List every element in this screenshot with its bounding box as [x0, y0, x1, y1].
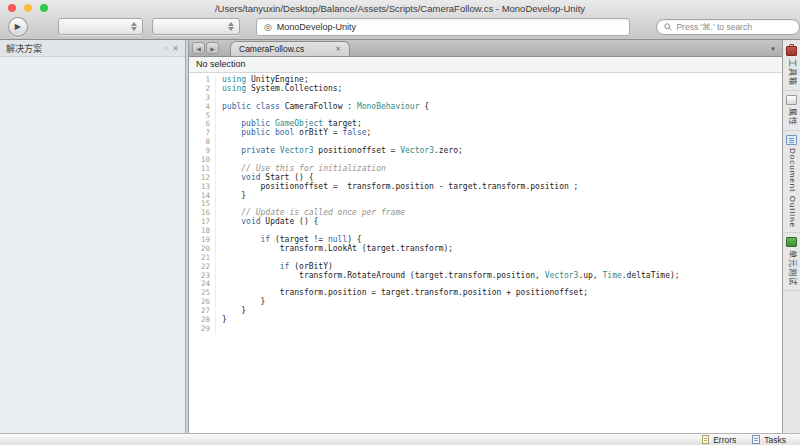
line-number: 6: [189, 120, 215, 129]
code-text[interactable]: transform.position = target.transform.po…: [215, 289, 588, 298]
unit-tests-icon: [786, 237, 797, 247]
code-text[interactable]: [215, 94, 222, 103]
code-text[interactable]: transform.RotateAround (target.transform…: [215, 272, 680, 281]
code-line[interactable]: 23 transform.RotateAround (target.transf…: [189, 272, 782, 281]
main-toolbar: ▶ ◎ MonoDevelop-Unity Press '⌘.' to sear…: [0, 16, 800, 37]
run-button[interactable]: ▶: [8, 17, 28, 37]
tab-overflow-icon[interactable]: ▼: [770, 46, 776, 52]
target-dropdown[interactable]: [152, 18, 240, 35]
code-token: Vector3: [280, 146, 314, 155]
code-text[interactable]: public bool orBitY = false;: [215, 129, 371, 138]
tasks-button[interactable]: Tasks: [752, 435, 786, 445]
status-bar: Errors Tasks: [0, 433, 800, 445]
dock-tab-toolbox[interactable]: 工具箱: [783, 42, 800, 91]
tab-close-icon[interactable]: ✕: [335, 45, 341, 53]
code-text[interactable]: using System.Collections;: [215, 85, 342, 94]
code-token: CameraFollow :: [280, 102, 357, 111]
code-line[interactable]: 29: [189, 325, 782, 334]
code-token: [222, 262, 280, 271]
code-text[interactable]: void Update () {: [215, 218, 318, 227]
code-line[interactable]: 14 }: [189, 192, 782, 201]
navigate-back-button[interactable]: ◀: [192, 42, 205, 54]
code-text[interactable]: [215, 227, 222, 236]
code-text[interactable]: [215, 112, 222, 121]
code-token: bool: [275, 128, 294, 137]
dock-tab-document-outline[interactable]: Document Outline: [783, 131, 800, 233]
code-text[interactable]: positionoffset = transform.position - ta…: [215, 183, 578, 192]
solution-tree[interactable]: [0, 57, 185, 433]
dock-tab-label: 工具箱: [787, 59, 797, 86]
code-line[interactable]: 26 }: [189, 298, 782, 307]
code-text[interactable]: private Vector3 positionoffset = Vector3…: [215, 147, 463, 156]
code-token: using: [222, 75, 246, 84]
code-token: [222, 128, 241, 137]
stepper-icon: [228, 22, 234, 31]
code-line[interactable]: 28}: [189, 316, 782, 325]
solution-pad: 解决方案 ▫ ✕: [0, 40, 186, 433]
errors-label: Errors: [713, 435, 736, 445]
window-title: /Users/tanyuxin/Desktop/Balance/Assets/S…: [0, 3, 800, 14]
code-text[interactable]: [215, 325, 222, 334]
code-token: Time: [603, 271, 622, 280]
code-line[interactable]: 20 transform.LookAt (target.transform);: [189, 245, 782, 254]
code-line[interactable]: 17 void Update () {: [189, 218, 782, 227]
code-token: UnityEngine;: [246, 75, 309, 84]
breadcrumb[interactable]: No selection: [189, 57, 782, 73]
status-combo[interactable]: ◎ MonoDevelop-Unity: [256, 18, 630, 36]
tasks-icon: [752, 435, 760, 444]
forward-icon: ▶: [210, 45, 215, 52]
code-token: null: [328, 235, 347, 244]
solution-pad-title: 解决方案: [6, 42, 164, 55]
code-text[interactable]: [215, 280, 222, 289]
navigate-forward-button[interactable]: ▶: [206, 42, 219, 54]
code-text[interactable]: [215, 156, 222, 165]
code-line[interactable]: 2using System.Collections;: [189, 85, 782, 94]
code-token: [222, 235, 261, 244]
code-text[interactable]: [215, 138, 222, 147]
solution-pad-header: 解决方案 ▫ ✕: [0, 40, 185, 57]
code-token: [222, 208, 241, 217]
code-editor[interactable]: 1using UnityEngine;2using System.Collect…: [189, 73, 782, 433]
code-text[interactable]: }: [215, 307, 246, 316]
configuration-dropdown[interactable]: [58, 18, 144, 35]
code-token: .deltaTime);: [622, 271, 680, 280]
dock-tab-unit-tests[interactable]: 单元测试: [783, 233, 800, 291]
code-text[interactable]: [215, 254, 222, 263]
code-text[interactable]: transform.LookAt (target.transform);: [215, 245, 453, 254]
code-text[interactable]: }: [215, 316, 227, 325]
code-token: .zero;: [434, 146, 463, 155]
code-token: }: [222, 191, 246, 200]
code-token: transform.position = target.transform.po…: [222, 288, 588, 297]
line-number: 4: [189, 103, 215, 112]
auto-hide-icon[interactable]: ▫: [164, 44, 167, 53]
code-line[interactable]: 7 public bool orBitY = false;: [189, 129, 782, 138]
code-token: [222, 173, 241, 182]
line-number: 5: [189, 112, 215, 121]
dock-tab-label: 属性: [787, 108, 797, 126]
code-line[interactable]: 25 transform.position = target.transform…: [189, 289, 782, 298]
code-text[interactable]: [215, 200, 222, 209]
code-line[interactable]: 13 positionoffset = transform.position -…: [189, 183, 782, 192]
dock-tab-properties[interactable]: 属性: [783, 91, 800, 131]
code-token: public: [222, 102, 251, 111]
code-token: }: [222, 315, 227, 324]
document-outline-icon: [786, 135, 797, 145]
close-pad-icon[interactable]: ✕: [172, 44, 179, 53]
code-token: false: [342, 128, 366, 137]
tab-camerafollow[interactable]: CameraFollow.cs ✕: [230, 41, 350, 56]
document-tabbar: ◀ ▶ CameraFollow.cs ✕ ▼: [189, 40, 782, 57]
code-token: [222, 217, 241, 226]
code-text[interactable]: public class CameraFollow : MonoBehaviou…: [215, 103, 429, 112]
code-token: // Use this for initialization: [241, 164, 386, 173]
errors-button[interactable]: Errors: [702, 435, 736, 445]
code-token: orBitY =: [294, 128, 342, 137]
code-line[interactable]: 9 private Vector3 positionoffset = Vecto…: [189, 147, 782, 156]
code-line[interactable]: 27 }: [189, 307, 782, 316]
dock-tab-label: Document Outline: [787, 148, 797, 228]
code-line[interactable]: 4public class CameraFollow : MonoBehavio…: [189, 103, 782, 112]
code-token: MonoBehaviour: [357, 102, 420, 111]
search-input[interactable]: Press '⌘.' to search: [656, 19, 800, 35]
tab-label: CameraFollow.cs: [239, 44, 304, 54]
code-token: System.Collections;: [246, 84, 342, 93]
code-text[interactable]: }: [215, 192, 246, 201]
